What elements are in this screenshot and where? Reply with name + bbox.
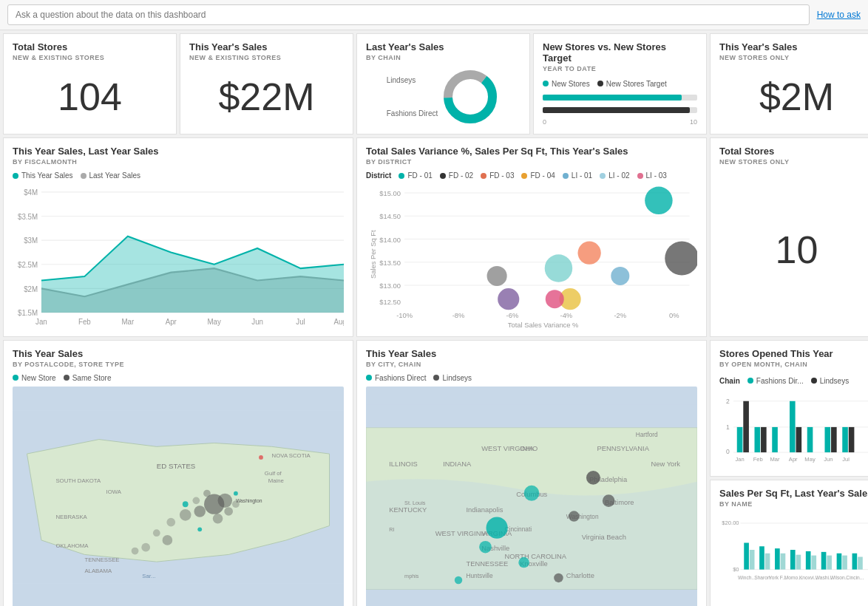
svg-text:TENNESSEE: TENNESSEE — [466, 560, 508, 568]
svg-text:Huntsville: Huntsville — [466, 572, 492, 579]
svg-point-114 — [524, 486, 540, 501]
dot-fd01 — [399, 173, 404, 179]
svg-text:$0: $0 — [733, 566, 739, 573]
svg-text:Cincin...: Cincin... — [846, 575, 864, 580]
legend-fd02: FD - 02 — [440, 171, 473, 180]
total-stores-new-subtitle: NEW STORES ONLY — [719, 158, 868, 166]
sales-per-sqft-chart: $20.00 $0 — [719, 514, 868, 606]
svg-text:$14.00: $14.00 — [379, 236, 401, 244]
bar-jan-lindseys — [743, 401, 749, 452]
svg-text:$13.00: $13.00 — [379, 282, 401, 290]
svg-text:NOVA SCOTIA: NOVA SCOTIA — [272, 452, 311, 459]
label-lindseys-city: Lindseys — [442, 374, 471, 382]
svg-text:-2%: -2% — [614, 312, 626, 319]
this-year-sales-new-subtitle: NEW STORES ONLY — [719, 54, 868, 61]
bubble-lightblue — [545, 254, 573, 282]
bubble-purple — [498, 288, 519, 310]
new-stores-bar-container: New Stores New Stores Target 0 10 — [543, 78, 697, 126]
legend-lindseys: Lindseys — [811, 377, 849, 385]
variance-subtitle: BY DISTRICT — [366, 158, 697, 166]
svg-text:Jan: Jan — [35, 318, 47, 327]
svg-text:-8%: -8% — [452, 312, 465, 319]
stores-opened-legend: Chain Fashions Dir... Lindseys — [719, 377, 868, 385]
svg-text:KENTUCKY: KENTUCKY — [389, 506, 427, 514]
svg-point-117 — [455, 576, 462, 584]
map-postal-legend: New Store Same Store — [13, 374, 344, 382]
bar-momo-1 — [790, 550, 796, 570]
dot-li01 — [563, 173, 569, 179]
map-city-svg: ILLINOIS INDIANA OHIO PENNSYLVANIA New Y… — [366, 387, 697, 606]
dot-city-cincinnati — [486, 517, 508, 538]
new-stores-legend: New Stores New Stores Target — [543, 80, 697, 88]
svg-point-78 — [163, 535, 173, 545]
svg-text:Indianapolis: Indianapolis — [466, 506, 503, 514]
svg-text:$14.50: $14.50 — [379, 213, 401, 220]
svg-text:-4%: -4% — [560, 312, 573, 319]
svg-text:Virginia Beach: Virginia Beach — [582, 534, 626, 541]
this-year-sales-value: $22M — [189, 67, 344, 126]
map-city-title: This Year Sales — [366, 348, 697, 359]
card-this-year-sales-new: This Year's Sales NEW STORES ONLY $2M — [710, 33, 868, 135]
svg-text:-6%: -6% — [506, 312, 519, 319]
svg-point-83 — [197, 527, 202, 531]
legend-lindseys-city: Lindseys — [433, 374, 471, 382]
scatter-chart: $15.00 $14.50 $14.00 $13.50 $13.00 $12.5… — [366, 184, 697, 329]
svg-text:$2.5M: $2.5M — [18, 261, 38, 270]
map-city-subtitle: BY CITY, CHAIN — [366, 361, 697, 368]
this-year-sales-new-title: This Year's Sales — [719, 41, 868, 52]
how-to-ask-link[interactable]: How to ask — [817, 10, 861, 20]
svg-text:NEBRASKA: NEBRASKA — [55, 513, 87, 520]
bubble-orange — [578, 242, 601, 265]
stores-opened-title: Stores Opened This Year — [719, 348, 868, 359]
bar-winch-2 — [750, 550, 755, 570]
svg-text:$2M: $2M — [24, 285, 38, 293]
dot-fd04 — [521, 173, 527, 179]
legend-li02: LI - 02 — [600, 171, 629, 180]
card-sales-per-sqft: Sales Per Sq Ft, Last Year's Sales BY NA… — [710, 480, 868, 606]
chain-label: Chain — [719, 377, 740, 385]
svg-point-72 — [213, 514, 223, 524]
total-stores-value: 104 — [13, 67, 167, 126]
legend-label-new-stores: New Stores — [552, 80, 590, 88]
stores-opened-svg: 2 1 0 — [719, 389, 868, 469]
svg-text:Feb: Feb — [78, 318, 91, 327]
legend-fashions-dir: Fashions Dir... — [747, 377, 804, 385]
bar-cincin-1 — [852, 554, 858, 570]
area-chart-svg: $4M $3.5M $3M $2.5M $2M $1.5M Jan Feb Ma… — [13, 184, 344, 329]
svg-text:IOWA: IOWA — [106, 488, 122, 494]
svg-point-70 — [224, 507, 233, 516]
card-this-year-sales: This Year's Sales NEW & EXISTING STORES … — [180, 33, 353, 135]
new-stores-target-title: New Stores vs. New Stores Target — [543, 41, 697, 64]
svg-point-116 — [518, 556, 529, 568]
svg-text:New York: New York — [651, 460, 680, 468]
label-lindseys: Lindseys — [820, 377, 849, 385]
svg-text:Jul: Jul — [842, 455, 850, 462]
bar-row-new-stores — [543, 95, 697, 101]
dot-fd02 — [440, 173, 446, 179]
svg-text:Jun: Jun — [251, 318, 263, 327]
svg-point-84 — [259, 455, 263, 460]
map-city-legend: Fashions Direct Lindseys — [366, 374, 697, 382]
card-total-stores-new: Total Stores NEW STORES ONLY 10 — [710, 137, 868, 337]
svg-text:$20.00: $20.00 — [722, 520, 739, 526]
dot-lindseys — [811, 378, 817, 384]
dashboard: Total Stores NEW & EXISTING STORES 104 T… — [0, 30, 868, 606]
bar-sharon-2 — [765, 554, 770, 570]
bar-momo-2 — [796, 555, 801, 570]
svg-point-69 — [194, 505, 206, 517]
search-input[interactable] — [7, 4, 810, 25]
svg-text:ED STATES: ED STATES — [157, 461, 196, 469]
total-stores-subtitle: NEW & EXISTING STORES — [13, 54, 167, 61]
bar-jul-lindseys — [849, 427, 855, 452]
bar-yorkf-1 — [775, 548, 780, 570]
svg-point-71 — [203, 489, 211, 497]
card-stores-opened: Stores Opened This Year BY OPEN MONTH, C… — [710, 340, 868, 477]
sales-per-sqft-subtitle: BY NAME — [719, 500, 868, 508]
axis-label-0: 0 — [543, 118, 546, 126]
svg-text:ALABAMA: ALABAMA — [84, 567, 112, 573]
svg-text:Jan: Jan — [735, 455, 744, 462]
svg-text:Winch...: Winch... — [738, 575, 756, 580]
svg-text:Apr: Apr — [789, 455, 798, 462]
bar-feb-fashions — [755, 427, 761, 452]
svg-text:Mar: Mar — [121, 318, 134, 327]
